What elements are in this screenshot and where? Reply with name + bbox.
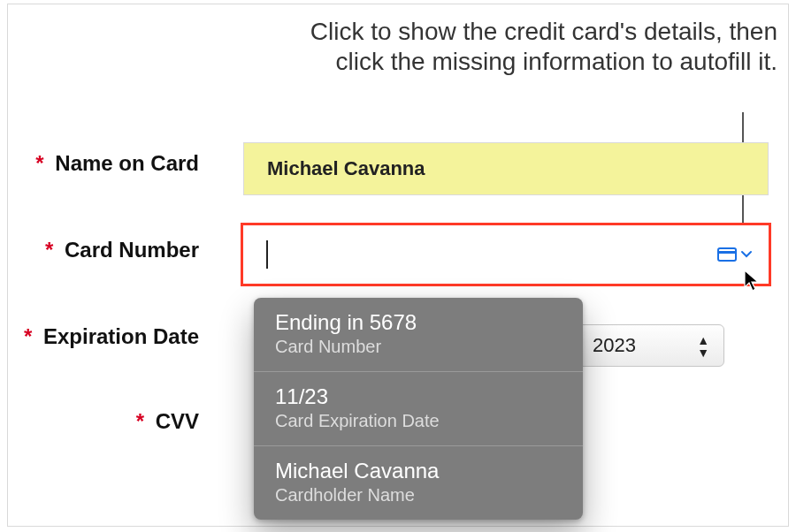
label-cvv: CVV [156,409,199,433]
required-marker: * [35,151,43,175]
name-on-card-value: Michael Cavanna [267,157,425,180]
cursor-icon [744,270,762,293]
card-number-field[interactable] [243,225,769,284]
expiration-year-value: 2023 [593,334,636,357]
label-expiration-date: Expiration Date [43,324,199,348]
chevron-down-icon [740,250,753,259]
name-on-card-field[interactable]: Michael Cavanna [243,142,769,195]
autofill-secondary: Card Number [275,337,562,357]
row-card-number: * Card Number [0,238,203,262]
required-marker: * [24,324,32,348]
autofill-secondary: Cardholder Name [275,485,562,505]
instruction-text: Click to show the credit card's details,… [300,17,777,76]
svg-rect-0 [718,248,736,261]
required-marker: * [45,238,53,262]
svg-rect-1 [718,251,736,254]
label-name-on-card: Name on Card [55,151,199,175]
autofill-secondary: Card Expiration Date [275,411,562,431]
autofill-panel: Ending in 5678 Card Number 11/23 Card Ex… [254,298,583,520]
credit-card-icon [717,247,737,262]
label-card-number: Card Number [65,238,199,262]
autofill-toggle[interactable] [717,247,753,262]
row-name-on-card: * Name on Card [0,151,203,176]
autofill-primary: Ending in 5678 [275,310,562,335]
required-marker: * [136,409,144,433]
row-cvv: * CVV [0,409,203,434]
autofill-option-expiration[interactable]: 11/23 Card Expiration Date [254,372,583,446]
row-expiration-date: * Expiration Date [0,324,203,349]
autofill-option-cardholder[interactable]: Michael Cavanna Cardholder Name [254,446,583,520]
autofill-primary: 11/23 [275,384,562,409]
select-stepper-icon: ▲▼ [697,334,709,359]
form-frame: Click to show the credit card's details,… [7,4,789,527]
text-caret [266,240,268,269]
autofill-primary: Michael Cavanna [275,459,562,483]
autofill-option-card-number[interactable]: Ending in 5678 Card Number [254,298,583,372]
